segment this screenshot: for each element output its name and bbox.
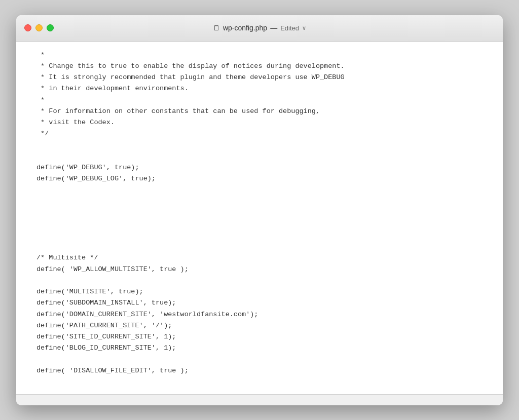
edited-status: Edited <box>280 24 299 32</box>
traffic-lights <box>24 24 54 31</box>
code-line <box>36 185 483 196</box>
code-editor-area[interactable]: * * Change this to true to enable the di… <box>16 42 503 394</box>
code-content[interactable]: * * Change this to true to enable the di… <box>16 42 503 394</box>
code-line: * in their development environments. <box>36 83 483 94</box>
minimize-button[interactable] <box>35 24 43 31</box>
code-line: define('WP_DEBUG_LOG', true); <box>36 173 483 184</box>
title-separator: — <box>270 24 277 32</box>
code-line <box>36 151 483 162</box>
editor-window: 🗒 wp-config.php — Edited ∨ * * Change th… <box>16 15 503 405</box>
code-line: define('DOMAIN_CURRENT_SITE', 'westworld… <box>36 309 483 320</box>
code-line: define('SUBDOMAIN_INSTALL', true); <box>36 297 483 309</box>
status-bar <box>16 394 503 405</box>
code-line <box>36 218 483 230</box>
code-line <box>36 207 483 218</box>
code-line: define('SITE_ID_CURRENT_SITE', 1); <box>36 331 483 342</box>
code-line: * <box>36 50 483 61</box>
maximize-button[interactable] <box>47 24 54 31</box>
titlebar: 🗒 wp-config.php — Edited ∨ <box>16 15 503 42</box>
code-line <box>36 241 483 252</box>
code-line: * visit the Codex. <box>36 117 483 128</box>
close-button[interactable] <box>24 24 31 31</box>
code-line: * It is strongly recommended that plugin… <box>36 72 483 83</box>
code-line <box>36 275 483 286</box>
code-line: define('PATH_CURRENT_SITE', '/'); <box>36 320 483 331</box>
code-line: define( 'WP_ALLOW_MULTISITE', true ); <box>36 264 483 275</box>
code-line <box>36 354 483 365</box>
code-line <box>36 140 483 151</box>
code-line: */ <box>36 128 483 139</box>
filename-label: wp-config.php <box>223 24 267 32</box>
code-line: define('WP_DEBUG', true); <box>36 162 483 173</box>
code-line: define('MULTISITE', true); <box>36 286 483 297</box>
code-line: * Change this to true to enable the disp… <box>36 61 483 72</box>
code-line <box>36 230 483 241</box>
code-line: define( 'DISALLOW_FILE_EDIT', true ); <box>36 365 483 376</box>
code-line <box>36 196 483 207</box>
code-line: * For information on other constants tha… <box>36 106 483 117</box>
file-icon: 🗒 <box>213 24 220 32</box>
code-line: * <box>36 95 483 106</box>
code-line: define('BLOG_ID_CURRENT_SITE', 1); <box>36 342 483 354</box>
title-area: 🗒 wp-config.php — Edited ∨ <box>213 24 306 32</box>
code-line: /* Multisite */ <box>36 252 483 263</box>
chevron-down-icon[interactable]: ∨ <box>302 25 306 31</box>
